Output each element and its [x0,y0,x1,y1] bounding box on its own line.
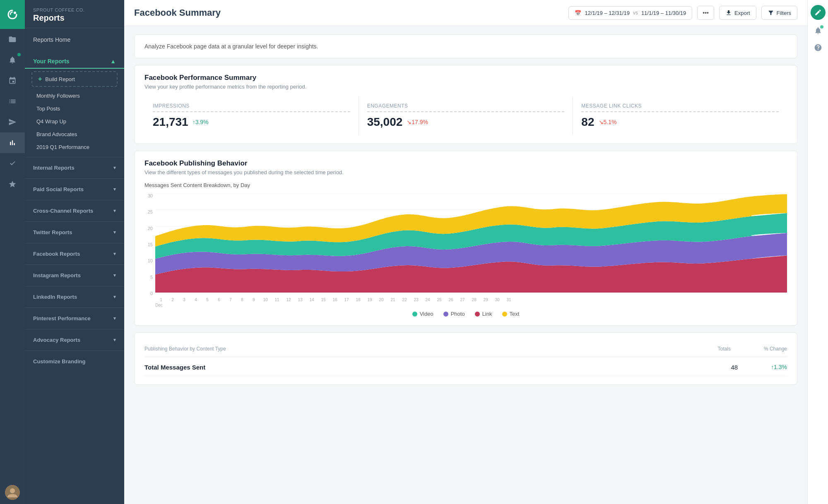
sidebar-item-reports-home[interactable]: Reports Home [25,32,124,47]
sidebar-header: Sprout Coffee Co. Reports [25,0,124,28]
date-range-text: 12/1/19 – 12/31/19 [585,10,629,16]
metric-link-clicks: Message Link Clicks 82 ↘5.1% [573,96,787,135]
sidebar-item-branding[interactable]: Customize Branding [25,354,124,369]
sidebar-item-internal-reports[interactable]: Internal Reports ▾ [25,161,124,175]
legend-video: Video [412,311,433,317]
sidebar-item-instagram[interactable]: Instagram Reports ▾ [25,268,124,283]
legend-text: Text [502,311,520,317]
nav-folder-icon[interactable] [0,29,25,50]
build-report-label: Build Report [45,76,75,82]
nav-chart-icon[interactable] [0,132,25,153]
plus-icon: + [38,75,42,83]
nav-alert-icon[interactable] [0,50,25,70]
nav-send-icon[interactable] [0,112,25,132]
facebook-section: Facebook Reports ▾ [25,243,124,264]
date-range-button[interactable]: 📅 12/1/19 – 12/31/19 vs 11/1/19 – 11/30/… [568,6,692,20]
metric-engagements: Engagements 35,002 ↘17.9% [359,96,573,135]
build-report-button[interactable]: + Build Report [31,71,118,87]
nav-list-icon[interactable] [0,91,25,112]
chevron-down-icon: ▾ [113,165,116,170]
x-label-21: 21 [387,298,399,302]
x-label-3: 3 [178,298,190,302]
legend-link: Link [475,311,492,317]
publishing-card: Facebook Publishing Behavior View the di… [134,151,797,326]
filters-icon [768,10,774,16]
nav-pin-icon[interactable] [0,70,25,91]
compare-range-text: 11/1/19 – 11/30/19 [641,10,686,16]
x-label-11: 11 [271,298,283,302]
sidebar-item-pinterest[interactable]: Pinterest Performance ▾ [25,311,124,326]
chevron-down-icon: ▾ [113,187,116,192]
chart-svg [155,193,787,293]
x-label-12: 12 [283,298,294,302]
calendar-icon: 📅 [575,10,581,16]
sidebar-item-brand-advocates[interactable]: Brand Advocates [25,128,124,141]
sidebar-title: Reports [33,13,116,23]
table-col-change: % Change [764,346,787,352]
export-icon [725,10,732,16]
sidebar-item-twitter[interactable]: Twitter Reports ▾ [25,225,124,240]
paid-social-section: Paid Social Reports ▾ [25,178,124,200]
link-color-dot [475,312,480,317]
help-button[interactable] [814,43,822,54]
content-area: Analyze Facebook page data at a granular… [124,26,807,504]
sidebar-item-cross-channel[interactable]: Cross-Channel Reports ▾ [25,204,124,218]
table-col-totals: Totals [718,346,731,352]
x-label-7: 7 [225,298,236,302]
nav-badge-icon[interactable] [0,153,25,174]
x-label-14: 14 [306,298,318,302]
sidebar-item-q4-wrap-up[interactable]: Q4 Wrap Up [25,115,124,128]
x-label-4: 4 [190,298,202,302]
company-name: Sprout Coffee Co. [33,7,116,12]
your-reports-header[interactable]: Your Reports ▲ [25,55,124,69]
sidebar-nav: Reports Home [25,28,124,51]
filters-button[interactable]: Filters [761,6,797,20]
user-avatar[interactable] [5,485,20,500]
table-header: Publishing Behavior by Content Type Tota… [144,341,787,357]
svg-point-2 [10,488,15,493]
edit-button[interactable] [811,5,826,20]
chart-legend: Video Photo Link Text [144,311,787,317]
metric-impressions: Impressions 21,731 ↑3.9% [144,96,359,135]
intro-card: Analyze Facebook page data at a granular… [134,34,797,58]
export-button[interactable]: Export [719,6,756,20]
more-button[interactable]: ••• [697,6,714,20]
sidebar-item-2019-q1[interactable]: 2019 Q1 Performance [25,141,124,154]
sidebar-item-linkedin[interactable]: LinkedIn Reports ▾ [25,290,124,304]
sidebar-item-top-posts[interactable]: Top Posts [25,102,124,115]
table-row: Total Messages Sent 48 ↑1.3% [144,359,787,376]
filters-label: Filters [777,10,791,16]
your-reports-label: Your Reports [33,58,70,65]
chevron-down-icon: ▾ [113,230,116,235]
logo-area [0,0,25,29]
x-label-24: 24 [422,298,433,302]
notification-button[interactable] [814,26,822,37]
help-icon [814,43,822,52]
notification-badge [820,25,823,29]
performance-subtitle: View your key profile performance metric… [144,84,787,90]
sidebar-item-monthly-followers[interactable]: Monthly Followers [25,89,124,102]
nav-star-icon[interactable] [0,174,25,194]
chevron-down-icon: ▾ [113,337,116,343]
your-reports-section: Your Reports ▲ + Build Report Monthly Fo… [25,51,124,157]
x-label-23: 23 [410,298,422,302]
sidebar-item-facebook[interactable]: Facebook Reports ▾ [25,247,124,261]
instagram-section: Instagram Reports ▾ [25,264,124,286]
impressions-label: Impressions [153,103,350,112]
x-label-1: 1 [155,298,167,302]
page-title: Facebook Summary [134,7,563,18]
x-label-8: 8 [236,298,248,302]
link-clicks-label: Message Link Clicks [581,103,779,112]
chart-container [155,193,787,293]
publishing-title: Facebook Publishing Behavior [144,159,787,168]
row-total-messages: 48 [731,364,738,371]
your-reports-chevron: ▲ [110,58,116,65]
main-area: Facebook Summary 📅 12/1/19 – 12/31/19 vs… [124,0,807,504]
sidebar-item-advocacy[interactable]: Advocacy Reports ▾ [25,333,124,347]
x-label-19: 19 [364,298,375,302]
reports-home-label: Reports Home [33,36,70,43]
table-card: Publishing Behavior by Content Type Tota… [134,332,797,385]
video-color-dot [412,312,417,317]
impressions-value: 21,731 ↑3.9% [153,115,350,129]
sidebar-item-paid-social[interactable]: Paid Social Reports ▾ [25,182,124,197]
